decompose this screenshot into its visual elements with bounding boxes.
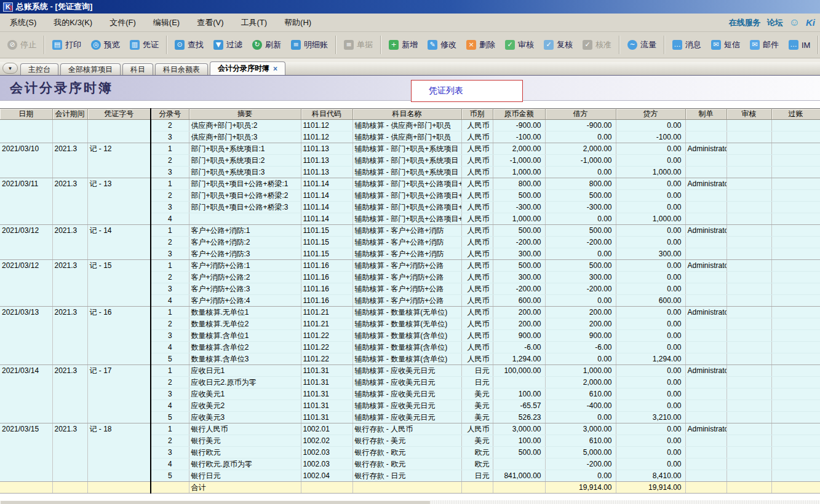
cell[interactable]: 1002.03: [301, 447, 352, 459]
cell[interactable]: 人民币: [461, 202, 493, 213]
cell[interactable]: 2,000.00: [493, 143, 545, 155]
cell[interactable]: 1: [151, 307, 189, 318]
cell[interactable]: 美元: [461, 412, 493, 423]
cell[interactable]: 1101.31: [301, 400, 352, 412]
column-header-13[interactable]: 审核: [726, 109, 771, 120]
cell[interactable]: 0.00: [616, 342, 685, 353]
cell[interactable]: 1101.16: [301, 283, 352, 295]
cell[interactable]: [771, 143, 820, 155]
toolbar-button-sms[interactable]: ✉短信: [706, 35, 745, 55]
cell[interactable]: [685, 388, 726, 400]
cell[interactable]: 0.00: [616, 377, 685, 388]
tab-主控台[interactable]: 主控台: [20, 63, 58, 75]
cell[interactable]: 数量核算.无单位1: [189, 307, 301, 318]
cell[interactable]: 辅助核算 - 数量核算(无单位): [352, 307, 461, 318]
cell[interactable]: 客户+消防+公路:4: [189, 295, 301, 307]
menu-item[interactable]: 文件(F): [109, 18, 136, 27]
cell[interactable]: 人民币: [461, 330, 493, 342]
cell[interactable]: 500.00: [493, 225, 545, 237]
voucher-cell[interactable]: 记 - 13: [87, 178, 151, 225]
cell[interactable]: [726, 377, 771, 388]
cell[interactable]: [726, 143, 771, 155]
cell[interactable]: 0.00: [616, 237, 685, 248]
cell[interactable]: 3: [151, 167, 189, 178]
cell[interactable]: 客户+公路+消防:2: [189, 237, 301, 248]
cell[interactable]: 200.00: [545, 307, 616, 318]
cell[interactable]: 银行欧元: [189, 447, 301, 459]
cell[interactable]: 人民币: [461, 272, 493, 283]
cell[interactable]: [685, 237, 726, 248]
cell[interactable]: 1101.12: [301, 120, 352, 132]
date-cell[interactable]: 2021/03/12: [0, 260, 52, 307]
cell[interactable]: 美元: [461, 435, 493, 447]
column-header-5[interactable]: 摘要: [189, 109, 301, 120]
cell[interactable]: 2,000.00: [545, 143, 616, 155]
menu-item[interactable]: 编辑(E): [153, 18, 180, 27]
cell[interactable]: 0.00: [545, 470, 616, 482]
cell[interactable]: [771, 470, 820, 482]
cell[interactable]: 0.00: [616, 330, 685, 342]
cell[interactable]: [685, 167, 726, 178]
cell[interactable]: 500.00: [493, 190, 545, 202]
cell[interactable]: 1101.31: [301, 377, 352, 388]
column-header-8[interactable]: 币别: [461, 109, 493, 120]
cell[interactable]: 200.00: [493, 318, 545, 330]
cell[interactable]: [771, 400, 820, 412]
cell[interactable]: 4: [151, 295, 189, 307]
cell[interactable]: 0.00: [616, 388, 685, 400]
cell[interactable]: 0.00: [616, 423, 685, 435]
cell[interactable]: [685, 353, 726, 365]
cell[interactable]: [771, 459, 820, 470]
cell[interactable]: 人民币: [461, 342, 493, 353]
cell[interactable]: [771, 178, 820, 190]
cell[interactable]: [771, 377, 820, 388]
cell[interactable]: 客户+消防+公路:3: [189, 283, 301, 295]
cell[interactable]: 部门+职员+系统项目:2: [189, 155, 301, 167]
cell[interactable]: 3: [151, 248, 189, 260]
cell[interactable]: [726, 190, 771, 202]
cell[interactable]: [771, 272, 820, 283]
cell[interactable]: 500.00: [545, 225, 616, 237]
cell[interactable]: [685, 412, 726, 423]
cell[interactable]: 3,000.00: [545, 423, 616, 435]
cell[interactable]: -900.00: [493, 120, 545, 132]
cell[interactable]: 美元: [461, 388, 493, 400]
cell[interactable]: 人民币: [461, 120, 493, 132]
cell[interactable]: [771, 248, 820, 260]
cell[interactable]: 3: [151, 283, 189, 295]
column-header-4[interactable]: 分录号: [151, 109, 189, 120]
cell[interactable]: 3: [151, 447, 189, 459]
toolbar-button-printer[interactable]: ▤打印: [47, 35, 86, 55]
cell[interactable]: 300.00: [545, 272, 616, 283]
cell[interactable]: 辅助核算 - 客户+消防+公路: [352, 295, 461, 307]
cell[interactable]: 1101.15: [301, 237, 352, 248]
cell[interactable]: [771, 447, 820, 459]
cell[interactable]: 300.00: [616, 248, 685, 260]
date-cell[interactable]: 2021/03/13: [0, 307, 52, 365]
cell[interactable]: 2,000.00: [545, 377, 616, 388]
toolbar-button-document[interactable]: ≡单据: [339, 35, 378, 55]
column-header-7[interactable]: 科目名称: [352, 109, 461, 120]
cell[interactable]: [685, 120, 726, 132]
cell[interactable]: [771, 435, 820, 447]
cell[interactable]: 1101.31: [301, 388, 352, 400]
cell[interactable]: 美元: [461, 400, 493, 412]
cell[interactable]: 800.00: [545, 178, 616, 190]
column-header-1[interactable]: 日期: [0, 109, 52, 120]
toolbar-button-filter[interactable]: ▼过滤: [209, 35, 247, 55]
cell[interactable]: 1: [151, 260, 189, 272]
cell[interactable]: 0.00: [616, 190, 685, 202]
cell[interactable]: 辅助核算 - 客户+公路+消防: [352, 248, 461, 260]
cell[interactable]: 1002.01: [301, 423, 352, 435]
cell[interactable]: 500.00: [545, 260, 616, 272]
cell[interactable]: 0.00: [616, 260, 685, 272]
cell[interactable]: [771, 353, 820, 365]
cell[interactable]: 人民币: [461, 237, 493, 248]
cell[interactable]: [726, 295, 771, 307]
cell[interactable]: 人民币: [461, 178, 493, 190]
cell[interactable]: 银行存款 - 欧元: [352, 459, 461, 470]
cell[interactable]: [493, 459, 545, 470]
cell[interactable]: 5: [151, 353, 189, 365]
cell[interactable]: -400.00: [545, 400, 616, 412]
cell[interactable]: -300.00: [493, 202, 545, 213]
